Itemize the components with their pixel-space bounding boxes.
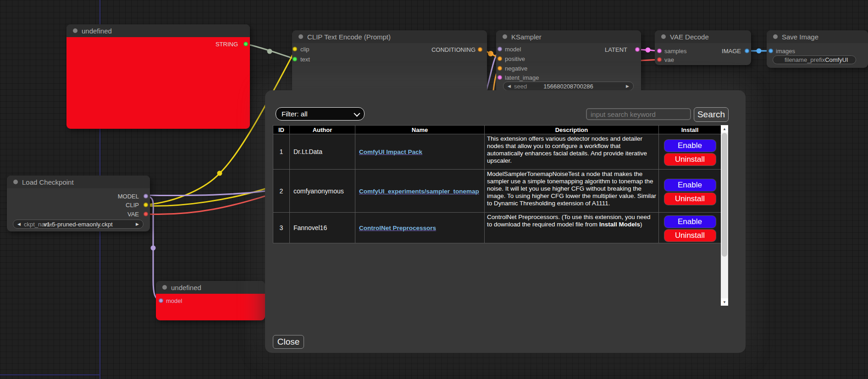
extension-link[interactable]: ControlNet Preprocessors (359, 225, 436, 231)
node-title-bar[interactable]: KSampler (496, 30, 641, 43)
reroute-dot-clip (217, 171, 222, 176)
uninstall-button[interactable]: Uninstall (664, 193, 716, 205)
seed-widget-label: seed (514, 83, 527, 90)
input-slot-text[interactable] (293, 57, 297, 61)
row-install-cell: Enable Uninstall (659, 170, 721, 213)
table-row: 1 Dr.Lt.Data ComfyUI Impact Pack This ex… (273, 134, 721, 170)
node-title-bar[interactable]: CLIP Text Encode (Prompt) (292, 30, 487, 43)
node-title: Save Image (782, 33, 818, 41)
header-name: Name (355, 126, 485, 134)
table-scrollbar[interactable]: ▲ ▼ (721, 125, 728, 306)
input-slot-model[interactable] (159, 298, 163, 303)
search-button-label: Search (697, 110, 725, 120)
filename-prefix-label: filename_prefix (785, 56, 825, 63)
input-slot-clip[interactable] (293, 47, 297, 51)
row-id: 3 (273, 213, 290, 243)
output-label-clip: CLIP (126, 202, 139, 209)
node-title-bar[interactable]: Load Checkpoint (7, 176, 150, 188)
extension-link[interactable]: ComfyUI_experiments/sampler_tonemap (359, 188, 479, 195)
input-slot-samples[interactable] (657, 49, 662, 53)
collapse-dot-icon[interactable] (13, 180, 18, 184)
input-label-negative: negative (505, 65, 527, 72)
ckpt-name-widget[interactable]: ◀ ckpt_name v1-5-pruned-emaonly.ckpt ▶ (13, 220, 144, 229)
reroute-dot-conditioning (488, 51, 493, 56)
node-undefined-top[interactable]: undefined STRING (66, 24, 250, 129)
output-slot-clip[interactable] (144, 203, 148, 207)
input-label-images: images (776, 48, 795, 55)
node-save-image[interactable]: Save Image images filename_prefix ComfyU… (767, 30, 868, 68)
node-ksampler[interactable]: KSampler model positive negative latent_… (496, 30, 641, 96)
filter-select[interactable]: Filter: all (276, 107, 365, 121)
node-title-bar[interactable]: undefined (156, 281, 265, 294)
scrollbar-down-icon[interactable]: ▼ (721, 298, 728, 306)
input-slot-latent-image[interactable] (498, 75, 502, 80)
graph-canvas[interactable]: undefined STRING CLIP Text Encode (Promp… (0, 0, 868, 379)
header-id: ID (273, 126, 290, 134)
reroute-dot-latent (646, 48, 651, 53)
input-slot-positive[interactable] (498, 56, 502, 61)
collapse-dot-icon[interactable] (299, 34, 303, 39)
search-button[interactable]: Search (694, 107, 729, 122)
search-input[interactable] (586, 108, 691, 120)
output-slot-conditioning[interactable] (478, 47, 482, 52)
node-title-bar[interactable]: VAE Decode (655, 30, 751, 43)
extension-table-container: ID Author Name Description Install 1 Dr.… (273, 125, 728, 306)
collapse-dot-icon[interactable] (162, 285, 167, 290)
uninstall-button[interactable]: Uninstall (664, 230, 716, 242)
table-row: 2 comfyanonymous ComfyUI_experiments/sam… (273, 170, 721, 213)
increment-arrow-icon[interactable]: ▶ (626, 84, 629, 88)
input-label-model: model (166, 297, 182, 304)
seed-widget[interactable]: ◀ seed 156680208700286 ▶ (503, 82, 634, 91)
reroute-dot-model (151, 246, 156, 251)
decrement-arrow-icon[interactable]: ◀ (508, 84, 511, 88)
node-clip-text-encode[interactable]: CLIP Text Encode (Prompt) clip text COND… (292, 30, 487, 96)
enable-button[interactable]: Enable (664, 216, 716, 228)
row-description: ControlNet Preprocessors. (To use this e… (485, 213, 659, 243)
enable-button[interactable]: Enable (664, 140, 716, 152)
output-slot-string[interactable] (243, 42, 248, 46)
filename-prefix-widget[interactable]: filename_prefix ComfyUI (773, 55, 856, 64)
reroute-dot-image (757, 49, 762, 54)
scrollbar-up-icon[interactable]: ▲ (721, 125, 728, 132)
output-slot-latent[interactable] (635, 47, 640, 52)
node-title-bar[interactable]: undefined (66, 24, 250, 37)
output-slot-image[interactable] (745, 49, 749, 53)
next-arrow-icon[interactable]: ▶ (136, 222, 139, 226)
input-slot-negative[interactable] (498, 66, 502, 71)
filter-select-value: Filter: all (282, 110, 308, 118)
row-id: 2 (273, 170, 290, 213)
node-title: undefined (82, 27, 112, 35)
header-description: Description (485, 126, 659, 134)
node-vae-decode[interactable]: VAE Decode samples vae IMAGE (655, 30, 751, 65)
input-slot-model[interactable] (498, 47, 502, 51)
input-label-samples: samples (664, 48, 686, 55)
node-title-bar[interactable]: Save Image (767, 30, 868, 43)
header-author: Author (290, 126, 355, 134)
node-undefined-bottom[interactable]: undefined model (156, 281, 265, 320)
enable-button[interactable]: Enable (664, 179, 716, 191)
input-slot-vae[interactable] (657, 57, 662, 62)
description-bold-text: Install Models (599, 221, 640, 228)
output-slot-vae[interactable] (144, 212, 148, 216)
node-load-checkpoint[interactable]: Load Checkpoint MODEL CLIP VAE ◀ ckpt_na… (7, 176, 150, 231)
node-title: Load Checkpoint (22, 178, 74, 186)
header-install: Install (659, 126, 721, 134)
row-author: Dr.Lt.Data (290, 134, 355, 170)
close-button[interactable]: Close (273, 335, 304, 349)
input-label-clip: clip (300, 46, 310, 53)
scrollbar-thumb[interactable] (722, 133, 727, 257)
uninstall-button[interactable]: Uninstall (664, 154, 716, 165)
previous-arrow-icon[interactable]: ◀ (17, 222, 21, 226)
input-label-vae: vae (664, 56, 674, 63)
collapse-dot-icon[interactable] (73, 28, 77, 33)
input-slot-images[interactable] (768, 49, 773, 53)
collapse-dot-icon[interactable] (503, 34, 507, 39)
output-slot-model[interactable] (144, 194, 148, 198)
row-description: This extension offers various detector n… (485, 134, 659, 170)
collapse-dot-icon[interactable] (773, 34, 778, 39)
node-title: VAE Decode (670, 33, 709, 41)
extension-link[interactable]: ComfyUI Impact Pack (359, 148, 422, 155)
collapse-dot-icon[interactable] (661, 34, 666, 39)
extension-manager-dialog: Filter: all Search ID Author Name Descri… (265, 90, 746, 353)
ckpt-name-value: v1-5-pruned-emaonly.ckpt (44, 221, 112, 228)
